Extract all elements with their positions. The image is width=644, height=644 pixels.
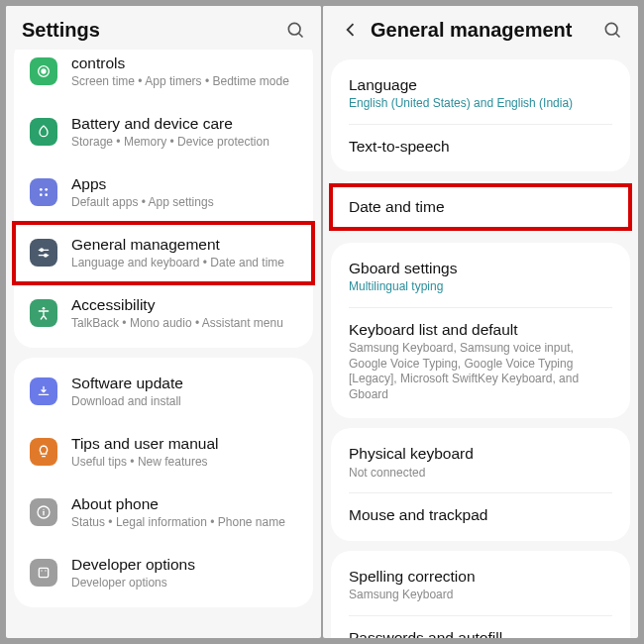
settings-panel: Settings controlsScreen time • App timer…: [6, 6, 321, 638]
gm-card: Gboard settingsMultilingual typingKeyboa…: [331, 243, 630, 419]
gm-row[interactable]: Date and time: [331, 185, 630, 228]
gm-row[interactable]: Spelling correctionSamsung Keyboard: [331, 555, 630, 615]
row-label: Text-to-speech: [349, 137, 614, 156]
row-subtext: Language and keyboard • Date and time: [71, 256, 297, 271]
row-texts: About phoneStatus • Legal information • …: [71, 494, 297, 531]
row-texts: controlsScreen time • App timers • Bedti…: [71, 54, 297, 90]
row-label: Mouse and trackpad: [349, 505, 614, 524]
gm-list: LanguageEnglish (United States) and Engl…: [323, 50, 638, 638]
svg-line-21: [616, 34, 620, 38]
row-label: Tips and user manual: [71, 434, 297, 453]
settings-card: controlsScreen time • App timers • Bedti…: [14, 50, 313, 348]
row-label: Spelling correction: [349, 567, 614, 586]
settings-row-tips[interactable]: Tips and user manualUseful tips • New fe…: [14, 422, 313, 483]
svg-point-11: [45, 255, 48, 258]
row-texts: Passwords and autofill: [349, 628, 614, 638]
tips-icon: [30, 438, 57, 466]
row-texts: Battery and device careStorage • Memory …: [71, 114, 297, 151]
svg-point-3: [42, 69, 46, 73]
settings-row-a11y[interactable]: AccessibilityTalkBack • Mono audio • Ass…: [14, 283, 313, 344]
settings-row-wellbeing[interactable]: controlsScreen time • App timers • Bedti…: [14, 50, 313, 102]
search-icon[interactable]: [283, 18, 307, 42]
row-subtext: English (United States) and English (Ind…: [349, 96, 614, 112]
gm-row[interactable]: Keyboard list and defaultSamsung Keyboar…: [331, 308, 630, 415]
row-label: controls: [71, 54, 297, 72]
svg-point-20: [605, 23, 617, 35]
settings-row-sliders[interactable]: General managementLanguage and keyboard …: [14, 223, 313, 283]
svg-point-4: [40, 188, 43, 191]
general-management-panel: General management LanguageEnglish (Unit…: [323, 6, 638, 638]
row-subtext: Multilingual typing: [349, 279, 614, 295]
wellbeing-icon: [30, 57, 57, 85]
gm-row[interactable]: Gboard settingsMultilingual typing: [331, 247, 630, 307]
gm-card: Physical keyboardNot connectedMouse and …: [331, 428, 630, 540]
svg-point-5: [45, 188, 48, 191]
svg-point-12: [43, 307, 46, 310]
sliders-icon: [30, 239, 57, 267]
row-texts: Text-to-speech: [349, 137, 614, 156]
row-subtext: Samsung Keyboard, Samsung voice input, G…: [349, 341, 614, 402]
row-label: Gboard settings: [349, 259, 614, 277]
row-texts: Software updateDownload and install: [71, 374, 297, 410]
svg-point-6: [40, 194, 43, 197]
page-title: Settings: [22, 19, 275, 42]
gm-card: Spelling correctionSamsung KeyboardPassw…: [331, 551, 630, 638]
info-icon: [30, 498, 57, 526]
svg-point-10: [41, 249, 44, 252]
header-left: Settings: [6, 6, 321, 50]
gm-row[interactable]: Mouse and trackpad: [331, 493, 630, 536]
gm-row[interactable]: Passwords and autofill: [331, 616, 630, 638]
row-label: Language: [349, 75, 614, 94]
row-texts: Date and time: [349, 197, 614, 216]
row-subtext: Default apps • App settings: [71, 195, 297, 211]
row-texts: Spelling correctionSamsung Keyboard: [349, 567, 614, 603]
svg-point-0: [288, 23, 300, 35]
settings-row-apps[interactable]: AppsDefault apps • App settings: [14, 162, 313, 223]
header-right: General management: [323, 6, 638, 50]
row-label: Keyboard list and default: [349, 320, 614, 339]
back-icon[interactable]: [339, 20, 363, 40]
settings-card: Software updateDownload and installTips …: [14, 358, 313, 607]
row-label: Date and time: [349, 197, 614, 216]
settings-row-care[interactable]: Battery and device careStorage • Memory …: [14, 102, 313, 162]
gm-row[interactable]: LanguageEnglish (United States) and Engl…: [331, 63, 630, 124]
row-label: Accessibility: [71, 295, 297, 314]
dev-icon: [30, 559, 57, 587]
page-title: General management: [371, 19, 592, 42]
svg-point-7: [45, 194, 48, 197]
row-subtext: Storage • Memory • Device protection: [71, 135, 297, 151]
row-label: Passwords and autofill: [349, 628, 614, 638]
row-texts: Mouse and trackpad: [349, 505, 614, 524]
row-label: Software update: [71, 374, 297, 392]
care-icon: [30, 118, 57, 146]
row-subtext: Developer options: [71, 576, 297, 591]
search-icon[interactable]: [600, 18, 624, 42]
row-texts: Keyboard list and defaultSamsung Keyboar…: [349, 320, 614, 403]
row-texts: AppsDefault apps • App settings: [71, 174, 297, 211]
row-subtext: Useful tips • New features: [71, 455, 297, 471]
row-subtext: Samsung Keyboard: [349, 588, 614, 603]
row-subtext: TalkBack • Mono audio • Assistant menu: [71, 316, 297, 332]
svg-line-1: [299, 34, 303, 38]
row-texts: Gboard settingsMultilingual typing: [349, 259, 614, 295]
row-label: About phone: [71, 494, 297, 513]
row-label: Physical keyboard: [349, 444, 614, 463]
settings-row-info[interactable]: About phoneStatus • Legal information • …: [14, 483, 313, 543]
a11y-icon: [30, 299, 57, 327]
svg-point-16: [43, 509, 44, 510]
row-texts: Tips and user manualUseful tips • New fe…: [71, 434, 297, 471]
svg-rect-17: [39, 569, 48, 578]
row-texts: Physical keyboardNot connected: [349, 444, 614, 481]
row-texts: AccessibilityTalkBack • Mono audio • Ass…: [71, 295, 297, 332]
row-texts: Developer optionsDeveloper options: [71, 555, 297, 591]
settings-row-update[interactable]: Software updateDownload and install: [14, 362, 313, 422]
settings-row-dev[interactable]: Developer optionsDeveloper options: [14, 543, 313, 603]
gm-row[interactable]: Physical keyboardNot connected: [331, 432, 630, 492]
row-label: Battery and device care: [71, 114, 297, 133]
gm-row[interactable]: Text-to-speech: [331, 125, 630, 167]
row-subtext: Status • Legal information • Phone name: [71, 515, 297, 531]
gm-card: Date and time: [331, 181, 630, 232]
settings-list: controlsScreen time • App timers • Bedti…: [6, 50, 321, 638]
row-texts: LanguageEnglish (United States) and Engl…: [349, 75, 614, 112]
row-texts: General managementLanguage and keyboard …: [71, 235, 297, 271]
